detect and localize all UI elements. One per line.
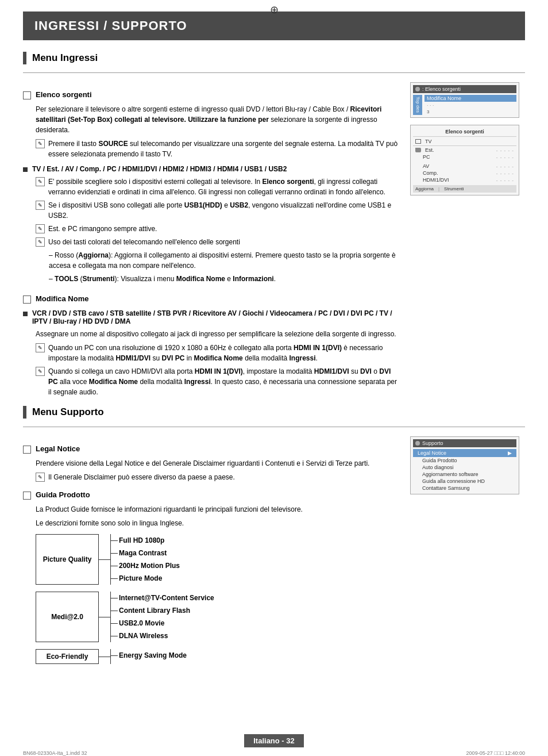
aggiorna-btn-label: Aggiorna: [415, 186, 434, 191]
sidebar1-item-1-label: Modifica Nome: [427, 95, 461, 101]
pg-hline-3: [99, 657, 110, 657]
elenco-note4: ✎ Est. e PC rimangono sempre attive.: [36, 224, 399, 234]
support-sub-auto: Auto diagnosi: [413, 464, 516, 471]
support-menu-legal: Legal Notice ▶: [413, 449, 516, 457]
modifica-note1: ✎ Quando un PC con una risoluzione di 19…: [36, 343, 399, 363]
support-sidebar-header: Supporto: [413, 439, 516, 447]
elenco-note5-text: Uso dei tasti colorati del telecomando n…: [48, 237, 399, 247]
checkbox-icon-modifica: [23, 296, 31, 304]
support-menu-legal-label: Legal Notice: [418, 450, 446, 456]
legal-label: Legal Notice: [36, 444, 80, 453]
pg-item-label-6: Content Library Flash: [118, 607, 190, 615]
sidebar2-av: AV - - - - -: [413, 163, 516, 170]
sidebar1-item-2: · · ·: [424, 102, 516, 109]
guida-label: Guida Prodotto: [36, 490, 90, 499]
pg-vline-2: [110, 592, 111, 642]
pg-item-row-1: Full HD 1080p: [111, 534, 180, 547]
pg-vline-3: [110, 649, 111, 664]
pg-item-row-8: DLNA Wireless: [111, 630, 214, 642]
sidebar2-header: Elenco sorgenti: [413, 128, 516, 137]
note-icon-6: ✎: [36, 343, 45, 352]
pg-item-label-8: DLNA Wireless: [118, 632, 168, 640]
support-sub-guida-hd: Guida alla connessione HD: [413, 478, 516, 485]
modifica-note1-text: Quando un PC con una risoluzione di 1920…: [48, 343, 399, 363]
section-title-supporto: Menu Supporto: [32, 406, 104, 418]
sidebar1-item-3: 3: [424, 109, 516, 115]
pg-itemh-6: [111, 611, 118, 611]
sidebar1-header-text: : Elenco sorgenti: [422, 86, 461, 92]
pg-item-label-2: Maga Contrast: [118, 549, 167, 557]
guida-para1: La Product Guide fornisce le informazion…: [36, 504, 399, 515]
note-icon-8: ✎: [36, 473, 45, 482]
sidebar1-item-1: Modifica Nome: [424, 95, 516, 102]
checkbox-icon-guida: [23, 492, 31, 500]
elenco-note1-text: Premere il tasto SOURCE sul telecomando …: [48, 139, 399, 159]
pg-itemh-2: [111, 553, 118, 554]
pg-item-row-2: Maga Contrast: [111, 547, 180, 559]
modifica-nome-heading: Modifica Nome: [23, 294, 399, 304]
elenco-note4-text: Est. e PC rimangono sempre attive.: [48, 224, 399, 234]
product-guide-layout: Picture Quality Full HD 1080p: [36, 534, 399, 666]
supporto-sidebar: Supporto Legal Notice ▶ Guida Prodotto A…: [410, 436, 525, 672]
sidebar2-pc: PC - - - - -: [413, 153, 516, 160]
pg-hline-1: [99, 559, 110, 560]
section-title-ingressi: Menu Ingressi: [32, 52, 98, 64]
section-bar: [23, 52, 26, 64]
elenco-note3-text: Se i dispositivi USB sono collegati alle…: [48, 200, 399, 221]
elenco-note3: ✎ Se i dispositivi USB sono collegati al…: [36, 200, 399, 221]
pg-itemh-5: [111, 598, 118, 598]
legal-para1: Prendere visione della Legal Notice e de…: [36, 458, 399, 469]
pg-item-row-4: Picture Mode: [111, 572, 180, 585]
pg-itemh-7: [111, 623, 118, 624]
section-divider-supporto: [23, 427, 525, 427]
elenco-sorgenti-heading: Elenco sorgenti: [23, 90, 399, 99]
modifica-note2: ✎ Quando si collega un cavo HDMI/DVI all…: [36, 366, 399, 397]
support-sidebar-box: Supporto Legal Notice ▶ Guida Prodotto A…: [410, 436, 519, 494]
sidebar1-tab: Top des: [413, 95, 422, 115]
support-menu-legal-arrow: ▶: [508, 450, 512, 456]
sidebar-box-1-header: : Elenco sorgenti: [413, 85, 516, 93]
dash-item-1: Rosso (Aggiorna): Aggiorna il collegamen…: [49, 250, 399, 271]
section-header-supporto: Menu Supporto: [23, 406, 525, 419]
note-icon-2: ✎: [36, 177, 45, 186]
strumenti-btn-label: Strumenti: [444, 186, 464, 191]
vcr-bullet-label: VCR / DVD / STB cavo / STB satellite / S…: [32, 309, 399, 325]
pg-itemh-8: [111, 636, 118, 636]
supporto-main: Legal Notice Prendere visione della Lega…: [23, 436, 399, 672]
ingressi-content: Elenco sorgenti Per selezionare il telev…: [23, 82, 525, 400]
section-bar-supporto: [23, 406, 26, 419]
support-sub-guida: Guida Prodotto: [413, 457, 516, 464]
pg-box-picture: Picture Quality: [36, 534, 99, 585]
pg-item-row-5: Internet@TV-Content Service: [111, 592, 214, 604]
note-icon-7: ✎: [36, 367, 45, 376]
pg-item-label-3: 200Hz Motion Plus: [118, 562, 180, 570]
pg-box-eco: Eco-Friendly: [36, 649, 99, 664]
tv-bullet-heading: TV / Est. / AV / Comp. / PC / HDMI1/DVI …: [23, 165, 399, 173]
elenco-note2: ✎ E' possibile scegliere solo i disposit…: [36, 176, 399, 197]
pg-items-3: Energy Saving Mode: [111, 649, 187, 664]
pg-item-label-4: Picture Mode: [118, 574, 162, 582]
pg-item-row-9: Energy Saving Mode: [111, 649, 187, 662]
pg-items-1: Full HD 1080p Maga Contrast 200Hz Motion…: [111, 534, 180, 585]
sidebar2-hdmi: HDMI1/DVI - - - - -: [413, 176, 516, 183]
menu-ingressi-section: Menu Ingressi Elenco sorgenti Per selezi…: [23, 52, 525, 400]
legal-notice-heading: Legal Notice: [23, 444, 399, 454]
sidebar2-tv: TV: [413, 138, 516, 145]
pg-group-2: Medi@2.0 Internet@TV-Content Service: [36, 592, 399, 642]
pg-group-1: Picture Quality Full HD 1080p: [36, 534, 399, 585]
sidebar2-bottom: Aggiorna | Strumenti: [413, 185, 516, 193]
pg-item-row-7: USB2.0 Movie: [111, 617, 214, 630]
pg-spacer-1: [36, 587, 399, 592]
pg-item-row-3: 200Hz Motion Plus: [111, 559, 180, 572]
section-divider: [23, 72, 525, 73]
sidebar-box-2: Elenco sorgenti TV Est. - - - - - PC - -…: [410, 125, 519, 195]
pg-itemh-4: [111, 578, 118, 579]
elenco-label: Elenco sorgenti: [36, 90, 92, 99]
footer-meta-right: 2009-05-27 □□□ 12:40:00: [466, 750, 525, 756]
pg-itemh-3: [111, 566, 118, 566]
sidebar1-items: Modifica Nome · · · 3: [424, 95, 516, 115]
elenco-para1: Per selezionare il televisore o altre so…: [36, 104, 399, 135]
modifica-para1: Assegnare un nome al dispositivo collega…: [36, 329, 399, 339]
page-wrapper: ⊕ INGRESSI / SUPPORTO Menu Ingressi Elen…: [0, 0, 548, 756]
section-header-ingressi: Menu Ingressi: [23, 52, 525, 64]
